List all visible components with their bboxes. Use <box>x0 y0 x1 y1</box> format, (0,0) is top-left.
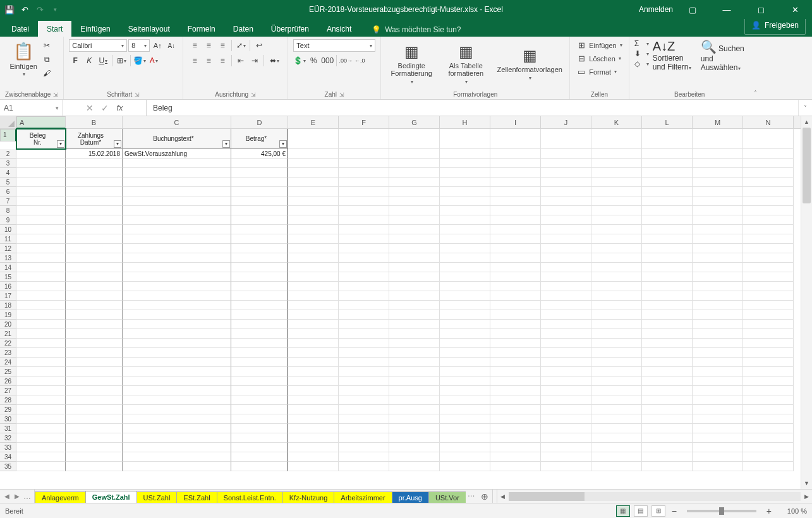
cell[interactable] <box>389 452 440 462</box>
cell[interactable] <box>389 149 440 159</box>
cell[interactable] <box>591 329 642 339</box>
cell[interactable] <box>66 215 123 225</box>
cell[interactable] <box>440 414 490 424</box>
cell[interactable] <box>16 405 66 414</box>
cell[interactable] <box>339 443 389 452</box>
alignment-launcher-icon[interactable]: ⇲ <box>251 92 256 98</box>
cell[interactable] <box>66 282 123 291</box>
cell[interactable] <box>231 339 288 348</box>
cell[interactable] <box>231 263 288 272</box>
cell[interactable] <box>440 386 490 395</box>
cell[interactable] <box>339 358 389 367</box>
cell[interactable] <box>231 187 288 196</box>
cell[interactable] <box>440 168 490 178</box>
row-header[interactable]: 20 <box>0 320 16 329</box>
cell[interactable] <box>591 215 642 225</box>
cell[interactable] <box>642 433 693 443</box>
cell[interactable] <box>440 187 490 196</box>
cell[interactable] <box>231 225 288 234</box>
cell[interactable] <box>16 301 66 310</box>
cell[interactable] <box>66 329 123 339</box>
cell[interactable] <box>339 320 389 329</box>
cell[interactable] <box>642 395 693 405</box>
cell[interactable] <box>288 462 339 471</box>
zoom-knob[interactable] <box>719 507 724 515</box>
cell[interactable] <box>389 462 440 471</box>
wrap-text-button[interactable]: ↩ <box>253 39 265 52</box>
cell[interactable] <box>16 462 66 471</box>
cell[interactable] <box>123 358 231 367</box>
cell[interactable] <box>389 310 440 320</box>
sheet-tab[interactable]: GewSt.Zahl <box>85 491 137 503</box>
cell[interactable] <box>591 187 642 196</box>
cell[interactable] <box>123 329 231 339</box>
cell[interactable] <box>591 234 642 244</box>
align-left-button[interactable]: ≡ <box>188 54 201 67</box>
cell[interactable] <box>541 196 591 206</box>
cell[interactable] <box>16 234 66 244</box>
close-icon[interactable]: ✕ <box>780 0 809 19</box>
row-header[interactable]: 23 <box>0 348 16 358</box>
cell[interactable] <box>66 196 123 206</box>
decrease-font-button[interactable]: A↓ <box>165 39 178 52</box>
comma-style-button[interactable]: 000 <box>321 54 334 67</box>
cell[interactable] <box>231 320 288 329</box>
cell[interactable] <box>693 424 743 433</box>
cell[interactable] <box>123 386 231 395</box>
cell[interactable] <box>16 282 66 291</box>
row-header[interactable]: 16 <box>0 282 16 291</box>
vertical-scrollbar[interactable]: ▲ ▼ <box>801 116 812 489</box>
collapse-ribbon-button[interactable]: ˄ <box>750 37 761 99</box>
cell[interactable] <box>288 159 339 168</box>
cell[interactable] <box>591 244 642 253</box>
clipboard-launcher-icon[interactable]: ⇲ <box>53 92 58 98</box>
cell[interactable] <box>490 291 541 301</box>
cell[interactable] <box>490 367 541 376</box>
cell[interactable] <box>591 367 642 376</box>
cell[interactable] <box>123 320 231 329</box>
sheet-tab[interactable]: Anlageverm <box>35 491 86 503</box>
cell[interactable] <box>642 424 693 433</box>
row-header[interactable]: 11 <box>0 234 16 244</box>
cell[interactable] <box>16 358 66 367</box>
cell[interactable]: 15.02.2018 <box>66 149 123 159</box>
cell[interactable] <box>743 187 794 196</box>
cell[interactable] <box>288 310 339 320</box>
row-header[interactable]: 19 <box>0 310 16 320</box>
cell[interactable] <box>490 159 541 168</box>
cell[interactable] <box>642 149 693 159</box>
align-middle-button[interactable]: ≡ <box>202 39 215 52</box>
sort-filter-button[interactable]: A↓Z Sortieren und Filtern▾ <box>653 39 697 71</box>
cell[interactable] <box>16 206 66 215</box>
cell[interactable] <box>16 159 66 168</box>
cell[interactable] <box>16 244 66 253</box>
page-layout-view-button[interactable]: ▤ <box>634 505 648 517</box>
cell[interactable] <box>591 168 642 178</box>
cell[interactable] <box>339 376 389 386</box>
cell[interactable] <box>389 376 440 386</box>
cell[interactable] <box>440 358 490 367</box>
cell[interactable] <box>231 168 288 178</box>
copy-button[interactable]: ⧉ <box>40 53 53 66</box>
cell[interactable] <box>123 215 231 225</box>
column-header-M[interactable]: M <box>693 116 743 128</box>
minimize-icon[interactable]: — <box>712 0 741 19</box>
align-center-button[interactable]: ≡ <box>202 54 215 67</box>
cell[interactable] <box>16 215 66 225</box>
align-top-button[interactable]: ≡ <box>188 39 201 52</box>
font-color-button[interactable]: A▾ <box>147 54 160 67</box>
cell[interactable] <box>591 443 642 452</box>
cell[interactable] <box>490 462 541 471</box>
cell[interactable] <box>743 178 794 187</box>
row-header[interactable]: 24 <box>0 358 16 367</box>
cell[interactable] <box>541 443 591 452</box>
signin-link[interactable]: Anmelden <box>639 5 673 14</box>
horizontal-scrollbar[interactable]: ◀ ▶ <box>497 490 812 503</box>
cell[interactable] <box>389 414 440 424</box>
cell[interactable] <box>490 196 541 206</box>
cell[interactable] <box>642 263 693 272</box>
cell[interactable] <box>16 310 66 320</box>
cell[interactable] <box>231 433 288 443</box>
cell[interactable] <box>642 339 693 348</box>
cell[interactable] <box>490 272 541 282</box>
